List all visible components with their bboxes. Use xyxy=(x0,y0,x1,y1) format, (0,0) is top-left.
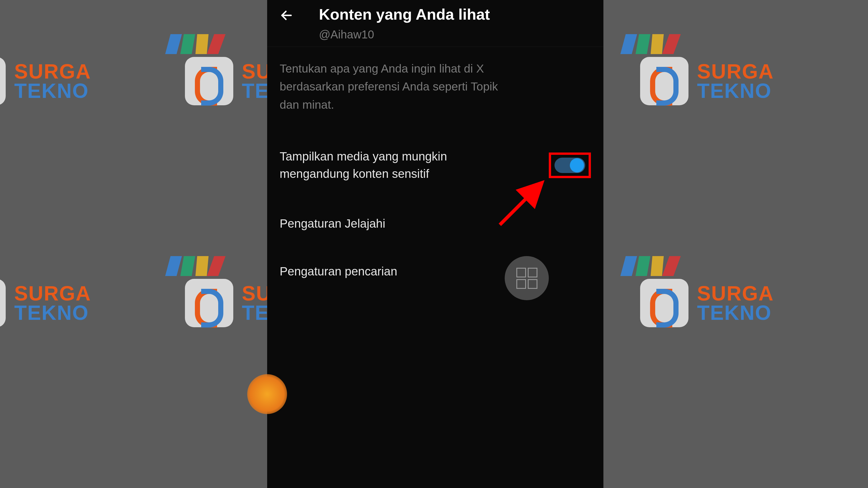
explore-settings-row[interactable]: Pengaturan Jelajahi xyxy=(280,217,591,231)
floating-grid-button[interactable] xyxy=(505,256,549,300)
highlight-annotation-box xyxy=(549,153,591,178)
sensitive-media-setting[interactable]: Tampilkan media yang mungkin mengandung … xyxy=(280,148,591,183)
sensitive-media-toggle[interactable] xyxy=(555,158,585,173)
page-header: Konten yang Anda lihat @Aihaw10 xyxy=(267,0,603,47)
username-subtitle: @Aihaw10 xyxy=(319,28,490,41)
sensitive-media-label: Tampilkan media yang mungkin mengandung … xyxy=(280,148,496,183)
corner-glow xyxy=(247,374,287,414)
toggle-knob xyxy=(570,158,584,173)
back-arrow-icon[interactable] xyxy=(280,8,293,25)
settings-content: Tentukan apa yang Anda ingin lihat di X … xyxy=(267,47,603,278)
phone-screen: Konten yang Anda lihat @Aihaw10 Tentukan… xyxy=(267,0,603,488)
grid-icon xyxy=(516,268,537,289)
page-title: Konten yang Anda lihat xyxy=(319,5,490,24)
explore-settings-label: Pengaturan Jelajahi xyxy=(280,217,591,231)
page-description: Tentukan apa yang Anda ingin lihat di X … xyxy=(280,60,513,114)
